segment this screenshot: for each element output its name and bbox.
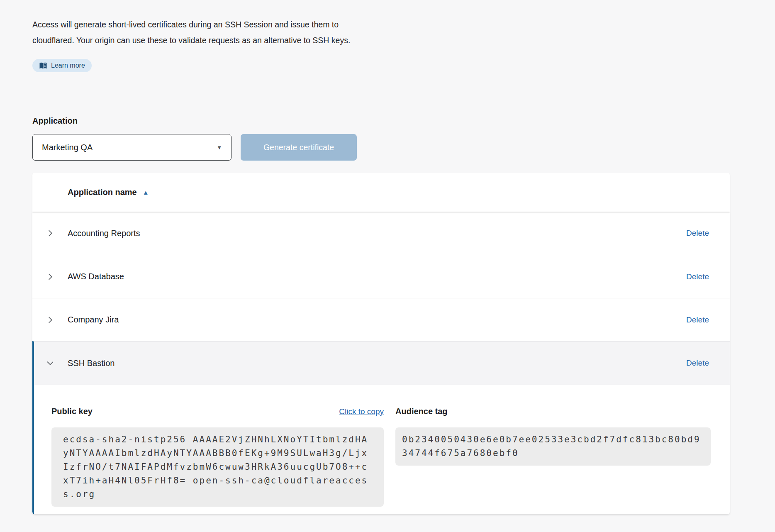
delete-button[interactable]: Delete [686, 359, 709, 368]
delete-button[interactable]: Delete [686, 272, 709, 281]
application-select-value: Marketing QA [42, 143, 93, 152]
application-name: Accounting Reports [68, 229, 140, 238]
chevron-right-icon[interactable] [46, 229, 55, 238]
table-row-ssh-bastion[interactable]: SSH Bastion Delete [34, 342, 730, 385]
public-key-value[interactable]: ecdsa-sha2-nistp256 AAAAE2VjZHNhLXNoYTIt… [51, 427, 384, 507]
delete-button[interactable]: Delete [686, 315, 709, 325]
delete-button[interactable]: Delete [686, 229, 709, 238]
ssh-certificates-page: Access will generate short-lived certifi… [0, 0, 775, 532]
click-to-copy-link[interactable]: Click to copy [339, 407, 384, 416]
chevron-right-icon[interactable] [46, 315, 55, 325]
table-row-group-ssh-bastion: SSH Bastion Delete Public key Click to c… [32, 341, 730, 514]
table-row-aws-database[interactable]: AWS Database Delete [32, 255, 730, 298]
column-header-application-name[interactable]: Application name [68, 188, 137, 197]
chevron-down-icon[interactable] [46, 359, 55, 368]
applications-table: Application name ▲ Accounting Reports De… [32, 173, 730, 514]
public-key-column: Public key Click to copy ecdsa-sha2-nist… [51, 407, 384, 507]
audience-tag-label: Audience tag [395, 407, 448, 416]
learn-more-label: Learn more [51, 62, 85, 69]
audience-tag-value: 0b2340050430e6e0b7ee02533e3cbd2f7dfc813b… [395, 427, 711, 466]
select-caret-icon: ▼ [217, 144, 222, 151]
table-row-accounting-reports[interactable]: Accounting Reports Delete [32, 212, 730, 255]
intro-text: Access will generate short-lived certifi… [32, 0, 377, 48]
page-content: Access will generate short-lived certifi… [0, 0, 775, 514]
application-select[interactable]: Marketing QA ▼ [32, 134, 232, 161]
chevron-right-icon[interactable] [46, 272, 55, 281]
application-name: SSH Bastion [68, 359, 115, 368]
ssh-bastion-details: Public key Click to copy ecdsa-sha2-nist… [34, 385, 730, 514]
table-header-row[interactable]: Application name ▲ [32, 173, 730, 212]
learn-more-button[interactable]: Learn more [32, 59, 92, 72]
application-name: AWS Database [68, 272, 124, 281]
application-label: Application [32, 116, 775, 126]
table-body: Accounting Reports Delete AWS Database D… [32, 212, 730, 514]
sort-ascending-icon: ▲ [143, 189, 149, 195]
audience-tag-column: Audience tag 0b2340050430e6e0b7ee02533e3… [395, 407, 711, 507]
book-icon [39, 62, 47, 69]
controls-row: Marketing QA ▼ Generate certificate [32, 134, 775, 161]
generate-certificate-button[interactable]: Generate certificate [241, 134, 357, 161]
public-key-label: Public key [51, 407, 93, 416]
application-name: Company Jira [68, 315, 119, 325]
table-row-company-jira[interactable]: Company Jira Delete [32, 298, 730, 341]
